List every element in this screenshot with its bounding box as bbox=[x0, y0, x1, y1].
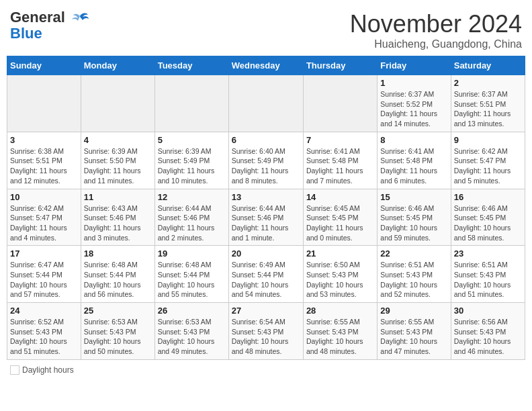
calendar-cell: 22Sunrise: 6:51 AM Sunset: 5:43 PM Dayli… bbox=[378, 246, 451, 303]
day-info: Sunrise: 6:48 AM Sunset: 5:44 PM Dayligh… bbox=[158, 260, 226, 300]
calendar-dow-tuesday: Tuesday bbox=[154, 56, 228, 75]
day-info: Sunrise: 6:51 AM Sunset: 5:43 PM Dayligh… bbox=[380, 260, 447, 300]
calendar-week-2: 3Sunrise: 6:38 AM Sunset: 5:51 PM Daylig… bbox=[7, 132, 525, 189]
day-info: Sunrise: 6:42 AM Sunset: 5:47 PM Dayligh… bbox=[454, 146, 522, 186]
day-info: Sunrise: 6:53 AM Sunset: 5:43 PM Dayligh… bbox=[158, 317, 226, 357]
day-info: Sunrise: 6:53 AM Sunset: 5:43 PM Dayligh… bbox=[84, 317, 152, 357]
calendar-week-1: 1Sunrise: 6:37 AM Sunset: 5:52 PM Daylig… bbox=[7, 75, 525, 132]
logo: General Blue bbox=[10, 10, 89, 42]
day-number: 10 bbox=[10, 192, 78, 202]
day-info: Sunrise: 6:48 AM Sunset: 5:44 PM Dayligh… bbox=[84, 260, 152, 300]
day-number: 18 bbox=[84, 248, 152, 259]
logo-general: General bbox=[10, 9, 65, 26]
location-title: Huaicheng, Guangdong, China bbox=[350, 38, 522, 50]
daylight-legend-box bbox=[10, 365, 19, 375]
day-number: 1 bbox=[380, 78, 447, 88]
calendar-dow-friday: Friday bbox=[378, 56, 451, 75]
day-number: 13 bbox=[232, 192, 300, 202]
day-info: Sunrise: 6:37 AM Sunset: 5:52 PM Dayligh… bbox=[380, 89, 447, 129]
day-info: Sunrise: 6:52 AM Sunset: 5:43 PM Dayligh… bbox=[10, 317, 78, 357]
calendar-cell: 18Sunrise: 6:48 AM Sunset: 5:44 PM Dayli… bbox=[81, 246, 154, 303]
calendar-week-3: 10Sunrise: 6:42 AM Sunset: 5:47 PM Dayli… bbox=[7, 189, 525, 246]
day-info: Sunrise: 6:51 AM Sunset: 5:43 PM Dayligh… bbox=[454, 260, 522, 300]
day-number: 11 bbox=[84, 192, 152, 202]
day-number: 5 bbox=[158, 135, 226, 145]
calendar-cell: 21Sunrise: 6:50 AM Sunset: 5:43 PM Dayli… bbox=[303, 246, 377, 303]
logo-blue: Blue bbox=[10, 26, 42, 42]
calendar-cell: 6Sunrise: 6:40 AM Sunset: 5:49 PM Daylig… bbox=[228, 132, 303, 189]
calendar-cell: 12Sunrise: 6:44 AM Sunset: 5:46 PM Dayli… bbox=[154, 189, 228, 246]
calendar-cell: 11Sunrise: 6:43 AM Sunset: 5:46 PM Dayli… bbox=[81, 189, 154, 246]
day-number: 28 bbox=[306, 306, 374, 316]
calendar: SundayMondayTuesdayWednesdayThursdayFrid… bbox=[7, 56, 525, 360]
day-number: 16 bbox=[454, 192, 522, 202]
day-info: Sunrise: 6:55 AM Sunset: 5:43 PM Dayligh… bbox=[380, 317, 447, 357]
calendar-header-row: SundayMondayTuesdayWednesdayThursdayFrid… bbox=[7, 56, 525, 75]
day-info: Sunrise: 6:46 AM Sunset: 5:45 PM Dayligh… bbox=[454, 203, 522, 243]
month-title: November 2024 bbox=[350, 10, 522, 38]
day-number: 25 bbox=[84, 306, 152, 316]
calendar-cell bbox=[81, 75, 154, 132]
day-info: Sunrise: 6:39 AM Sunset: 5:50 PM Dayligh… bbox=[84, 146, 152, 186]
day-info: Sunrise: 6:49 AM Sunset: 5:44 PM Dayligh… bbox=[232, 260, 300, 300]
calendar-cell: 13Sunrise: 6:44 AM Sunset: 5:46 PM Dayli… bbox=[228, 189, 303, 246]
day-number: 24 bbox=[10, 306, 78, 316]
day-number: 30 bbox=[454, 306, 522, 316]
day-number: 22 bbox=[380, 248, 447, 259]
calendar-cell: 4Sunrise: 6:39 AM Sunset: 5:50 PM Daylig… bbox=[81, 132, 154, 189]
calendar-cell: 2Sunrise: 6:37 AM Sunset: 5:51 PM Daylig… bbox=[451, 75, 525, 132]
day-info: Sunrise: 6:39 AM Sunset: 5:49 PM Dayligh… bbox=[158, 146, 226, 186]
day-info: Sunrise: 6:47 AM Sunset: 5:44 PM Dayligh… bbox=[10, 260, 78, 300]
day-number: 19 bbox=[158, 248, 226, 259]
day-number: 29 bbox=[380, 306, 447, 316]
logo-bird-icon bbox=[71, 11, 89, 26]
day-info: Sunrise: 6:55 AM Sunset: 5:43 PM Dayligh… bbox=[306, 317, 374, 357]
day-info: Sunrise: 6:41 AM Sunset: 5:48 PM Dayligh… bbox=[306, 146, 374, 186]
calendar-week-4: 17Sunrise: 6:47 AM Sunset: 5:44 PM Dayli… bbox=[7, 246, 525, 303]
calendar-cell bbox=[228, 75, 303, 132]
calendar-dow-sunday: Sunday bbox=[7, 56, 81, 75]
daylight-legend-label: Daylight hours bbox=[22, 365, 74, 375]
day-info: Sunrise: 6:46 AM Sunset: 5:45 PM Dayligh… bbox=[380, 203, 447, 243]
day-info: Sunrise: 6:44 AM Sunset: 5:46 PM Dayligh… bbox=[158, 203, 226, 243]
calendar-week-5: 24Sunrise: 6:52 AM Sunset: 5:43 PM Dayli… bbox=[7, 303, 525, 360]
day-info: Sunrise: 6:40 AM Sunset: 5:49 PM Dayligh… bbox=[232, 146, 300, 186]
day-info: Sunrise: 6:44 AM Sunset: 5:46 PM Dayligh… bbox=[232, 203, 300, 243]
calendar-cell: 17Sunrise: 6:47 AM Sunset: 5:44 PM Dayli… bbox=[7, 246, 81, 303]
day-number: 3 bbox=[10, 135, 78, 145]
day-info: Sunrise: 6:45 AM Sunset: 5:45 PM Dayligh… bbox=[306, 203, 374, 243]
calendar-cell: 30Sunrise: 6:56 AM Sunset: 5:43 PM Dayli… bbox=[451, 303, 525, 360]
day-info: Sunrise: 6:41 AM Sunset: 5:48 PM Dayligh… bbox=[380, 146, 447, 186]
day-number: 26 bbox=[158, 306, 226, 316]
day-number: 12 bbox=[158, 192, 226, 202]
header: General Blue November 2024 Huaicheng, Gu… bbox=[7, 7, 525, 50]
calendar-cell: 23Sunrise: 6:51 AM Sunset: 5:43 PM Dayli… bbox=[451, 246, 525, 303]
calendar-cell: 24Sunrise: 6:52 AM Sunset: 5:43 PM Dayli… bbox=[7, 303, 81, 360]
title-area: November 2024 Huaicheng, Guangdong, Chin… bbox=[350, 10, 522, 50]
daylight-legend-item: Daylight hours bbox=[10, 365, 74, 375]
day-info: Sunrise: 6:43 AM Sunset: 5:46 PM Dayligh… bbox=[84, 203, 152, 243]
calendar-cell: 3Sunrise: 6:38 AM Sunset: 5:51 PM Daylig… bbox=[7, 132, 81, 189]
day-number: 20 bbox=[232, 248, 300, 259]
calendar-cell: 27Sunrise: 6:54 AM Sunset: 5:43 PM Dayli… bbox=[228, 303, 303, 360]
calendar-cell: 28Sunrise: 6:55 AM Sunset: 5:43 PM Dayli… bbox=[303, 303, 377, 360]
calendar-dow-thursday: Thursday bbox=[303, 56, 377, 75]
calendar-cell: 8Sunrise: 6:41 AM Sunset: 5:48 PM Daylig… bbox=[378, 132, 451, 189]
calendar-cell: 25Sunrise: 6:53 AM Sunset: 5:43 PM Dayli… bbox=[81, 303, 154, 360]
day-number: 15 bbox=[380, 192, 447, 202]
day-info: Sunrise: 6:37 AM Sunset: 5:51 PM Dayligh… bbox=[454, 89, 522, 129]
day-info: Sunrise: 6:42 AM Sunset: 5:47 PM Dayligh… bbox=[10, 203, 78, 243]
calendar-cell bbox=[303, 75, 377, 132]
calendar-cell: 29Sunrise: 6:55 AM Sunset: 5:43 PM Dayli… bbox=[378, 303, 451, 360]
legend: Daylight hours bbox=[7, 365, 525, 377]
calendar-cell: 1Sunrise: 6:37 AM Sunset: 5:52 PM Daylig… bbox=[378, 75, 451, 132]
day-number: 7 bbox=[306, 135, 374, 145]
calendar-cell bbox=[154, 75, 228, 132]
calendar-cell: 9Sunrise: 6:42 AM Sunset: 5:47 PM Daylig… bbox=[451, 132, 525, 189]
calendar-cell: 14Sunrise: 6:45 AM Sunset: 5:45 PM Dayli… bbox=[303, 189, 377, 246]
day-number: 9 bbox=[454, 135, 522, 145]
day-info: Sunrise: 6:56 AM Sunset: 5:43 PM Dayligh… bbox=[454, 317, 522, 357]
calendar-cell bbox=[7, 75, 81, 132]
day-info: Sunrise: 6:54 AM Sunset: 5:43 PM Dayligh… bbox=[232, 317, 300, 357]
calendar-cell: 15Sunrise: 6:46 AM Sunset: 5:45 PM Dayli… bbox=[378, 189, 451, 246]
